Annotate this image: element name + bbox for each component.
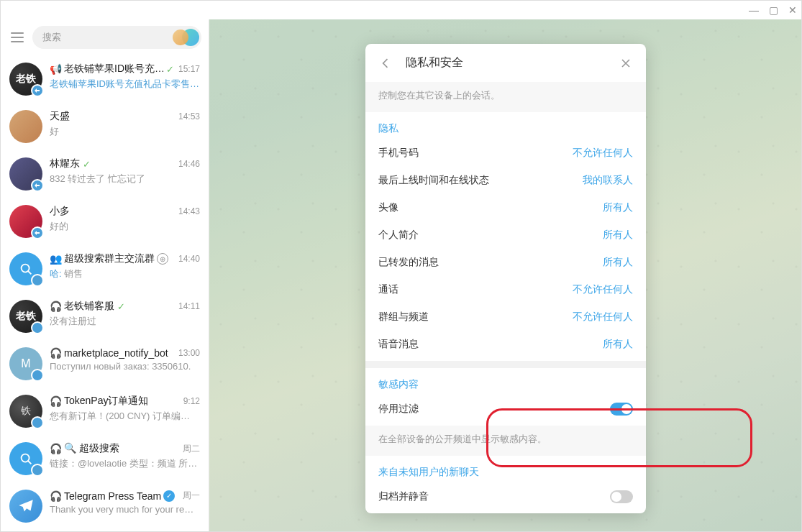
chat-item[interactable]: 林耀东✓14:46 832 转过去了 忙忘记了: [1, 150, 209, 198]
status-badge-icon: [31, 416, 44, 429]
chat-preview: 好: [50, 125, 200, 138]
chat-name: 🎧 marketplace_notify_bot: [50, 347, 168, 359]
privacy-section: 隐私 手机号码不允许任何人最后上线时间和在线状态我的联系人头像所有人个人简介所有…: [365, 112, 646, 361]
privacy-row[interactable]: 已转发的消息所有人: [378, 249, 633, 276]
chat-time: 周二: [183, 443, 200, 455]
minimize-button[interactable]: —: [749, 4, 759, 16]
chat-preview: 832 转过去了 忙忘记了: [50, 173, 200, 185]
chat-time: 14:11: [178, 301, 200, 311]
chat-name: 🎧 🔍 超级搜索: [50, 442, 119, 455]
avatar-badge-icon: [182, 29, 199, 46]
sensitive-section: 敏感内容 停用过滤: [365, 368, 646, 426]
chat-name: 天盛: [50, 110, 70, 123]
avatar: [9, 157, 42, 191]
privacy-row[interactable]: 通话不允许任何人: [378, 276, 633, 303]
setting-value: 不允许任何人: [573, 283, 633, 296]
setting-value: 我的联系人: [583, 174, 633, 187]
sensitive-section-title: 敏感内容: [378, 378, 633, 391]
chat-time: 14:46: [178, 159, 200, 169]
chat-time: 14:40: [178, 254, 200, 264]
status-badge-icon: [31, 274, 44, 287]
privacy-row[interactable]: 语音消息所有人: [378, 331, 633, 358]
hamburger-menu-button[interactable]: [5, 25, 29, 50]
setting-value: 所有人: [603, 256, 633, 269]
avatar: [9, 442, 42, 475]
chat-item[interactable]: 天盛14:53 好: [1, 103, 209, 150]
sensitive-hint: 在全部设备的公开频道中显示敏感内容。: [365, 426, 646, 456]
avatar: 铁: [9, 395, 42, 428]
archive-mute-toggle-row[interactable]: 归档并静音: [378, 483, 633, 510]
chat-name: 🎧 老铁铺客服: [50, 300, 114, 313]
chat-item[interactable]: 老铁 🎧 老铁铺客服✓14:11 没有注册过: [1, 293, 209, 340]
chat-preview: 链接：@lovelaotie 类型：频道 所…: [50, 457, 200, 470]
toggle-on-icon[interactable]: [610, 403, 633, 416]
toggle-off-icon[interactable]: [610, 490, 633, 503]
chat-name: 小多: [50, 205, 70, 218]
chat-item[interactable]: 小多14:43 好的: [1, 198, 209, 245]
status-badge-icon: [31, 369, 44, 382]
setting-value: 不允许任何人: [573, 147, 633, 160]
chat-time: 14:43: [178, 206, 200, 216]
privacy-row[interactable]: 群组与频道不允许任何人: [378, 303, 633, 331]
chat-item[interactable]: 👥 超级搜索群主交流群 ⊕14:40 哈: 销售: [1, 245, 209, 293]
toggle-label: 停用过滤: [378, 403, 419, 416]
chat-preview: 好的: [50, 220, 200, 233]
avatar: 老铁: [9, 300, 42, 333]
chat-time: 周一: [183, 490, 200, 502]
main-area: 隐私和安全 控制您在其它设备上的会话。 隐私 手机号码不允许任何人最后上线时间和…: [209, 19, 801, 531]
check-icon: ✓: [166, 64, 174, 75]
status-badge-icon: [31, 464, 44, 477]
chat-item[interactable]: 老铁 📢 老铁铺苹果ID账号充…✓15:17 老铁铺苹果ID账号充值礼品卡零售…: [1, 55, 209, 103]
chat-preview: 老铁铺苹果ID账号充值礼品卡零售…: [50, 78, 200, 91]
setting-label: 语音消息: [378, 338, 419, 351]
chat-time: 15:17: [178, 64, 200, 74]
verified-icon: ✓: [163, 490, 175, 502]
search-placeholder: 搜索: [42, 31, 61, 44]
status-badge-icon: [31, 179, 44, 192]
newchat-section-title: 来自未知用户的新聊天: [378, 466, 633, 479]
chat-preview: 没有注册过: [50, 315, 200, 328]
status-badge-icon: [31, 84, 44, 97]
svg-line-3: [28, 461, 32, 464]
privacy-section-title: 隐私: [378, 122, 633, 135]
chat-time: 9:12: [183, 396, 200, 406]
setting-label: 最后上线时间和在线状态: [378, 174, 489, 187]
sidebar: 搜索 老铁 📢 老铁铺苹果ID账号充…✓15:17 老铁铺苹果ID账号充值礼品卡…: [1, 19, 209, 531]
disable-filter-toggle-row[interactable]: 停用过滤: [378, 395, 633, 423]
chat-item[interactable]: Volunteer Support周一: [1, 530, 209, 531]
chat-preview: Поступил новый заказ: 3350610.: [50, 361, 200, 372]
chat-name: 🎧 TokenPay订单通知: [50, 395, 148, 408]
back-arrow-icon[interactable]: [378, 56, 393, 70]
close-window-button[interactable]: ✕: [788, 4, 797, 16]
chat-item[interactable]: 铁 🎧 TokenPay订单通知9:12 您有新订单！(200 CNY) 订单编…: [1, 387, 209, 435]
chat-item[interactable]: 🎧 🔍 超级搜索周二 链接：@lovelaotie 类型：频道 所…: [1, 435, 209, 482]
chat-preview: Thank you very much for your re…: [50, 504, 200, 515]
privacy-row[interactable]: 头像所有人: [378, 194, 633, 221]
privacy-row[interactable]: 手机号码不允许任何人: [378, 139, 633, 167]
privacy-row[interactable]: 最后上线时间和在线状态我的联系人: [378, 167, 633, 194]
chat-preview: 您有新订单！(200 CNY) 订单编…: [50, 410, 200, 423]
setting-label: 手机号码: [378, 147, 419, 160]
setting-label: 个人简介: [378, 229, 419, 242]
maximize-button[interactable]: ▢: [769, 4, 778, 16]
close-icon[interactable]: [619, 56, 633, 70]
setting-value: 所有人: [603, 229, 633, 242]
titlebar: — ▢ ✕: [1, 1, 801, 19]
check-icon: ✓: [117, 301, 125, 312]
chat-list: 老铁 📢 老铁铺苹果ID账号充…✓15:17 老铁铺苹果ID账号充值礼品卡零售……: [1, 55, 209, 531]
toggle-label: 归档并静音: [378, 490, 429, 503]
avatar: [9, 110, 42, 143]
search-input[interactable]: 搜索: [32, 26, 201, 49]
avatar: [9, 490, 42, 523]
svg-line-1: [28, 271, 32, 275]
status-badge-icon: [31, 226, 44, 239]
privacy-row[interactable]: 个人简介所有人: [378, 221, 633, 249]
globe-icon: ⊕: [157, 253, 168, 265]
check-icon: ✓: [83, 159, 91, 170]
chat-name: 林耀东: [50, 157, 80, 170]
avatar: M: [9, 347, 42, 380]
newchat-section: 来自未知用户的新聊天 归档并静音: [365, 456, 646, 513]
chat-item[interactable]: M 🎧 marketplace_notify_bot13:00 Поступил…: [1, 340, 209, 387]
chat-item[interactable]: 🎧 Telegram Press Team ✓周一 Thank you very…: [1, 482, 209, 530]
chat-time: 13:00: [178, 348, 200, 358]
